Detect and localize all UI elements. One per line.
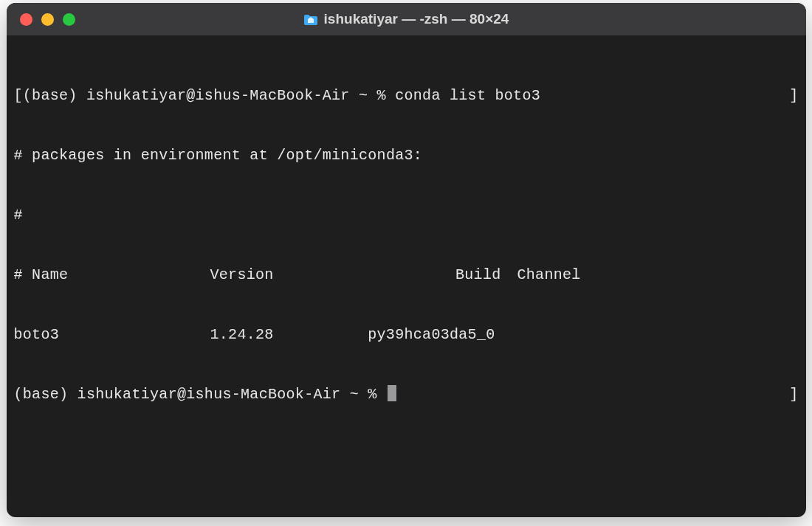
terminal-line-prompt: (base) ishukatiyar@ishus-MacBook-Air ~ %… <box>14 384 799 404</box>
terminal-body[interactable]: [(base) ishukatiyar@ishus-MacBook-Air ~ … <box>7 35 806 454</box>
row-name: boto3 <box>14 325 210 345</box>
header-channel: Channel <box>517 265 799 285</box>
command-text: conda list boto3 <box>395 87 540 104</box>
row-build: py39hca03da5_0 <box>362 325 517 345</box>
hash-comment: # <box>14 205 799 225</box>
title-bar: ishukatiyar — -zsh — 80×24 <box>7 3 806 35</box>
right-bracket: ] <box>789 384 798 404</box>
row-channel <box>517 325 799 345</box>
header-name: # Name <box>14 265 210 285</box>
table-row: boto31.24.28py39hca03da5_0 <box>14 325 799 345</box>
table-header: # NameVersionBuildChannel <box>14 265 799 285</box>
env-comment: # packages in environment at /opt/minico… <box>14 145 799 165</box>
home-folder-icon <box>303 13 318 25</box>
minimize-icon[interactable] <box>41 13 54 26</box>
terminal-line-command: [(base) ishukatiyar@ishus-MacBook-Air ~ … <box>14 86 799 105</box>
header-build: Build <box>362 265 517 285</box>
zoom-icon[interactable] <box>63 13 75 26</box>
prompt-text: (base) ishukatiyar@ishus-MacBook-Air ~ % <box>14 386 386 403</box>
terminal-window: ishukatiyar — -zsh — 80×24 [(base) ishuk… <box>7 3 806 517</box>
cursor-icon <box>388 385 396 401</box>
window-title: ishukatiyar — -zsh — 80×24 <box>324 11 509 27</box>
right-bracket: ] <box>789 86 798 105</box>
row-version: 1.24.28 <box>210 325 362 345</box>
window-title-group: ishukatiyar — -zsh — 80×24 <box>303 11 509 27</box>
header-version: Version <box>210 265 362 285</box>
prompt-text: [(base) ishukatiyar@ishus-MacBook-Air ~ … <box>14 87 396 104</box>
traffic-lights <box>20 13 75 26</box>
close-icon[interactable] <box>20 13 32 26</box>
